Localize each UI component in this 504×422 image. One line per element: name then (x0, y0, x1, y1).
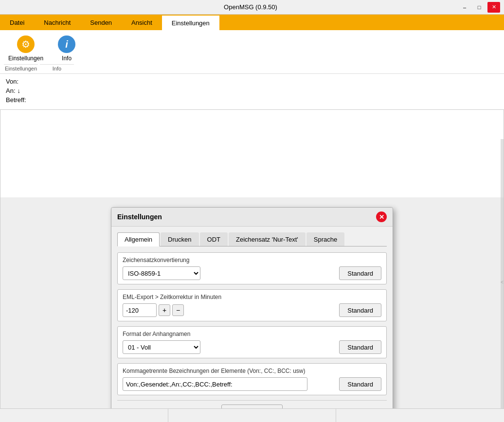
format-anhangnamen-row: 01 - Voll 02 - Kurz 03 - Original Standa… (123, 340, 381, 354)
info-group-label: Info (40, 64, 74, 71)
statusbar-section-1 (0, 409, 168, 422)
toolbar: ⚙ Einstellungen i Info Einstellungen Inf… (0, 30, 504, 74)
tab-drucken[interactable]: Drucken (161, 232, 198, 246)
menu-ansicht[interactable]: Ansicht (122, 15, 162, 30)
dialog-tabs: Allgemein Drucken ODT Zeichensatz 'Nur-T… (117, 232, 387, 246)
von-label: Von: (6, 78, 18, 85)
zeichensatzkonvertierung-row: ISO-8859-1 UTF-8 Windows-1252 Standard (123, 266, 381, 280)
gear-icon: ⚙ (16, 35, 36, 54)
dialog-close-button[interactable]: ✕ (376, 211, 387, 222)
format-anhangnamen-select[interactable]: 01 - Voll 02 - Kurz 03 - Original (123, 340, 200, 354)
format-anhangnamen-standard-btn[interactable]: Standard (339, 340, 381, 354)
von-row: Von: (6, 78, 498, 85)
info-toolbar-button[interactable]: i Info (50, 32, 84, 64)
tab-odt[interactable]: ODT (200, 232, 228, 246)
dialog-header: Einstellungen ✕ (111, 208, 393, 227)
close-button[interactable]: ✕ (487, 2, 500, 13)
dialog-title: Einstellungen (117, 213, 162, 221)
menubar: Datei Nachricht Senden Ansicht Einstellu… (0, 15, 504, 30)
minimize-button[interactable]: – (458, 2, 471, 13)
eml-export-label: EML-Export > Zeitkorrektur in Minuten (123, 294, 381, 300)
tab-allgemein[interactable]: Allgemein (117, 232, 160, 246)
app-title: OpenMSG (0.9.50) (43, 3, 458, 11)
kommagetrennte-row: Standard (123, 377, 381, 391)
eml-export-group: EML-Export > Zeitkorrektur in Minuten + … (117, 289, 387, 321)
window-controls: – □ ✕ (458, 2, 500, 13)
format-anhangnamen-label: Format der Anhangnamen (123, 331, 381, 337)
an-label: An: (6, 87, 16, 94)
main-content: Von: An: ↓ Betreff: (0, 74, 504, 109)
eml-export-number-group: + − (123, 303, 184, 317)
eml-export-standard-btn[interactable]: Standard (339, 303, 381, 317)
einstellungen-toolbar-button[interactable]: ⚙ Einstellungen (4, 32, 48, 64)
eml-export-row: + − Standard (123, 303, 381, 317)
betreff-row: Betreff: (6, 96, 498, 104)
menu-senden[interactable]: Senden (80, 15, 122, 30)
einstellungen-toolbar-label: Einstellungen (8, 55, 43, 62)
betreff-label: Betreff: (6, 96, 26, 104)
eml-export-input[interactable] (123, 303, 157, 317)
dialog-body: Allgemein Drucken ODT Zeichensatz 'Nur-T… (111, 227, 393, 422)
format-anhangnamen-group: Format der Anhangnamen 01 - Voll 02 - Ku… (117, 326, 387, 358)
kommagetrennte-group: Kommagetrennte Bezeichnungen der Element… (117, 363, 387, 395)
content-area: < Einstellungen ✕ Allgemein Drucken ODT … (0, 109, 504, 422)
menu-einstellungen[interactable]: Einstellungen (162, 15, 219, 30)
statusbar (0, 408, 504, 422)
titlebar: OpenMSG (0.9.50) – □ ✕ (0, 0, 504, 15)
kommagetrennte-label: Kommagetrennte Bezeichnungen der Element… (123, 368, 381, 374)
zeichensatzkonvertierung-select[interactable]: ISO-8859-1 UTF-8 Windows-1252 (123, 266, 200, 280)
eml-export-minus-btn[interactable]: − (172, 304, 184, 316)
an-expand-icon[interactable]: ↓ (18, 87, 21, 94)
eml-export-plus-btn[interactable]: + (159, 304, 170, 316)
tab-sprache[interactable]: Sprache (306, 232, 344, 246)
einstellungen-dialog: Einstellungen ✕ Allgemein Drucken ODT Ze… (111, 207, 393, 422)
statusbar-section-3 (336, 409, 504, 422)
kommagetrennte-standard-btn[interactable]: Standard (339, 377, 381, 391)
zeichensatzkonvertierung-standard-btn[interactable]: Standard (339, 266, 381, 280)
zeichensatzkonvertierung-label: Zeichensatzkonvertierung (123, 257, 381, 264)
menu-datei[interactable]: Datei (0, 15, 34, 30)
kommagetrennte-input[interactable] (123, 377, 307, 391)
an-row: An: ↓ (6, 87, 498, 94)
dialog-overlay: Einstellungen ✕ Allgemein Drucken ODT Ze… (0, 197, 504, 422)
info-icon: i (57, 35, 76, 54)
maximize-button[interactable]: □ (473, 2, 486, 13)
einstellungen-group-label: Einstellungen (4, 64, 38, 71)
info-toolbar-label: Info (62, 55, 72, 62)
tab-zeichensatz-nurtext[interactable]: Zeichensatz 'Nur-Text' (229, 232, 306, 246)
statusbar-section-2 (168, 409, 337, 422)
zeichensatzkonvertierung-group: Zeichensatzkonvertierung ISO-8859-1 UTF-… (117, 252, 387, 284)
menu-nachricht[interactable]: Nachricht (34, 15, 80, 30)
